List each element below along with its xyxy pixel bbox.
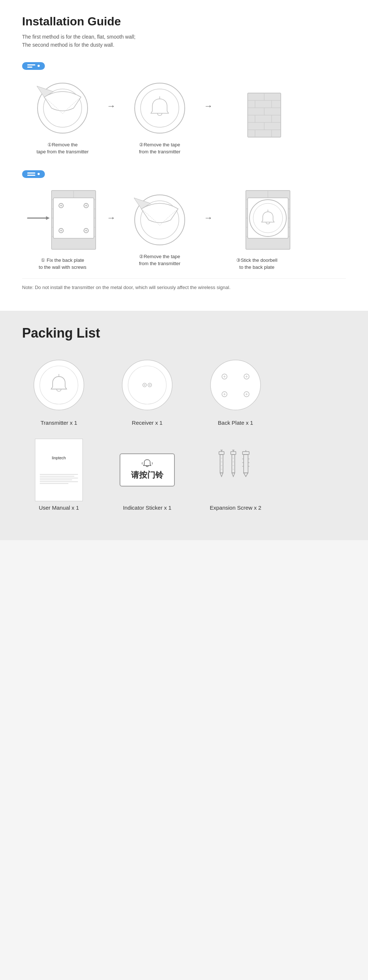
svg-rect-93: [231, 452, 236, 455]
subtitle-line1: The first method is for the clean, flat,…: [22, 34, 135, 40]
sticker-bell-icon: [142, 459, 153, 468]
sticker-visual: 请按门铃: [119, 453, 175, 487]
line2: [27, 67, 32, 68]
step2-label: ②Remove the tapefrom the transmitter: [139, 141, 181, 156]
svg-point-72: [210, 360, 261, 410]
line2: [27, 175, 35, 176]
m2-step3-label: ③Stick the doorbellto the back plate: [236, 257, 277, 271]
pack-receiver: Receiver x 1: [110, 356, 184, 426]
installation-title: Installation Guide: [22, 15, 346, 28]
manual-line6: [40, 483, 69, 484]
m2-step2-illustration: [130, 191, 189, 249]
svg-rect-85: [219, 452, 224, 455]
method1-steps-row: ①Remove thetape from the transmitter → ②…: [22, 79, 346, 156]
packing-row2: linptech User Manual x 1: [22, 441, 346, 511]
method2-step1: ① Fix the back plateto the wall with scr…: [22, 187, 103, 271]
pack-sticker: 请按门铃 Indicator Sticker x 1: [110, 441, 184, 511]
svg-rect-103: [244, 455, 248, 473]
method2-badge: [22, 170, 45, 178]
line1: [27, 172, 35, 173]
method1-badge: [22, 62, 45, 70]
svg-point-63: [34, 360, 84, 410]
transmitter-label: Transmitter x 1: [40, 420, 77, 426]
step3-illustration: [228, 86, 286, 145]
sticker-label: Indicator Sticker x 1: [123, 504, 172, 511]
step1-label: ①Remove thetape from the transmitter: [37, 141, 89, 156]
pack-manual: linptech User Manual x 1: [22, 441, 96, 511]
sticker-chinese-text: 请按门铃: [131, 469, 163, 480]
method2-dot: [38, 173, 40, 175]
installation-section: Installation Guide The first method is f…: [0, 0, 368, 311]
method2-step3: ③Stick the doorbellto the back plate: [217, 187, 297, 271]
receiver-label: Receiver x 1: [132, 420, 162, 426]
packing-row1: Transmitter x 1 Receiver x 1: [22, 356, 346, 426]
manual-line3: [40, 478, 78, 479]
manual-line2: [40, 476, 74, 477]
m2-step1-illustration: [26, 187, 99, 253]
pack-transmitter: Transmitter x 1: [22, 356, 96, 426]
pack-backplate: Back Plate x 1: [199, 356, 272, 426]
svg-rect-88: [220, 455, 223, 473]
arrow2: →: [204, 101, 213, 111]
svg-point-2: [135, 83, 185, 133]
transmitter-svg: [31, 358, 86, 413]
svg-rect-101: [242, 452, 249, 455]
manual-img-wrap: linptech: [29, 441, 88, 500]
svg-point-70: [144, 384, 145, 386]
svg-rect-96: [232, 455, 235, 473]
method1-dot: [38, 65, 40, 67]
step1-illustration: [33, 79, 92, 138]
manual-box: linptech: [35, 439, 83, 501]
method1-step3: [217, 86, 297, 148]
m2-step1-label: ① Fix the back plateto the wall with scr…: [39, 257, 86, 271]
pack-screws: Expansion Screw x 2: [199, 441, 272, 511]
svg-marker-47: [46, 216, 50, 220]
m2-step2-label: ②Remove the tapefrom the transmitter: [139, 253, 181, 267]
svg-point-3: [140, 89, 179, 127]
method1-step2: ②Remove the tapefrom the transmitter: [119, 79, 200, 156]
arrow1: →: [107, 101, 116, 111]
receiver-img-wrap: [118, 356, 177, 414]
manual-line1: [40, 474, 78, 475]
method2-step2: ②Remove the tapefrom the transmitter: [119, 191, 200, 267]
screws-img-wrap: [206, 441, 265, 500]
receiver-svg: [119, 358, 175, 413]
subtitle-line2: The second method is for the dusty wall.: [22, 42, 115, 48]
backplate-label: Back Plate x 1: [218, 420, 253, 426]
packing-section: Packing List Transmitter x 1: [0, 311, 368, 540]
method1-step1: ①Remove thetape from the transmitter: [22, 79, 103, 156]
screws-svg: [208, 448, 263, 492]
backplate-img-wrap: [206, 356, 265, 414]
packing-title: Packing List: [22, 325, 346, 341]
backplate-svg: [208, 358, 263, 413]
manual-line5: [40, 481, 78, 482]
installation-note: Note: Do not install the transmitter on …: [22, 278, 346, 296]
sticker-img-wrap: 请按门铃: [118, 441, 177, 500]
method1-lines-icon: [27, 64, 35, 68]
transmitter-img-wrap: [29, 356, 88, 414]
svg-point-66: [122, 360, 172, 410]
manual-brand-text: linptech: [52, 456, 66, 460]
svg-point-60: [250, 200, 286, 237]
line1: [27, 64, 35, 65]
manual-label: User Manual x 1: [39, 504, 79, 511]
m2-step3-illustration: [220, 187, 294, 253]
svg-point-71: [149, 384, 151, 386]
screws-label: Expansion Screw x 2: [210, 504, 261, 511]
step2-illustration: [130, 79, 189, 138]
installation-subtitle: The first method is for the clean, flat,…: [22, 33, 346, 49]
method2-steps-row: ① Fix the back plateto the wall with scr…: [22, 187, 346, 271]
manual-content-lines: [40, 474, 78, 484]
method2-lines-icon: [27, 172, 35, 176]
arrow3: →: [107, 213, 116, 223]
arrow4: →: [204, 213, 213, 223]
manual-line4: [40, 479, 72, 480]
